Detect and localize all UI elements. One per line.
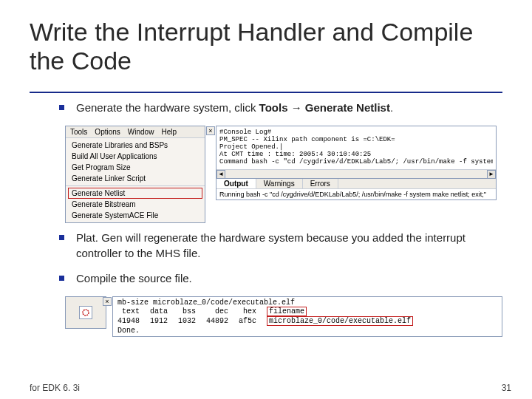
col-hex: hex	[239, 307, 267, 316]
menu-item[interactable]: Build All User Applications	[66, 151, 205, 162]
console-line: Command bash -c "cd /cygdrive/d/EDKLab/L…	[219, 158, 493, 166]
val-bss: 1032	[178, 316, 206, 326]
menu-item[interactable]: Generate Libraries and BSPs	[66, 140, 205, 151]
console-tabs: Output Warnings Errors	[216, 178, 496, 188]
compile-done: Done.	[117, 327, 497, 335]
console-footer: Running bash -c "cd /cygdrive/d/EDKLab/L…	[216, 188, 496, 200]
col-text: text	[117, 307, 150, 316]
console-line: PM_SPEC -- Xilinx path component is =C:\…	[219, 136, 493, 143]
slide-footer: for EDK 6. 3i 31	[30, 383, 511, 393]
console-close-icon[interactable]: ×	[206, 126, 215, 135]
col-filename: filename	[267, 307, 423, 316]
menu-item[interactable]: Get Program Size	[66, 162, 205, 173]
col-bss: bss	[178, 307, 206, 316]
compile-toolbar	[65, 296, 106, 329]
menubar-help[interactable]: Help	[161, 128, 177, 136]
menu-separator	[66, 185, 205, 186]
val-dec: 44892	[206, 316, 239, 326]
console-line: #Console Log#	[219, 129, 493, 136]
menu-items: Generate Libraries and BSPsBuild All Use…	[66, 138, 205, 222]
bullet-1: Generate the hardware system, click Tool…	[59, 100, 502, 115]
scroll-right-icon[interactable]: ►	[487, 170, 496, 179]
bullet-square-icon	[59, 235, 64, 240]
bullet-1-pre: Generate the hardware system, click	[76, 101, 259, 114]
bullet-square-icon	[59, 276, 64, 281]
menu-item[interactable]: Generate SystemACE File	[66, 210, 205, 221]
val-hex: af5c	[239, 316, 267, 326]
compile-output-panel: × mb-size microblaze_0/code/executable.e…	[112, 296, 502, 337]
screenshot-menu-console: Tools Options Window Help Generate Libra…	[65, 126, 502, 223]
console-line: Project Opened.|	[219, 143, 493, 151]
size-table: text data bss dec hex filename 41948 191…	[117, 307, 423, 326]
console-panel: × #Console Log#PM_SPEC -- Xilinx path co…	[216, 126, 497, 200]
menubar-window[interactable]: Window	[128, 128, 154, 136]
tab-warnings[interactable]: Warnings	[256, 179, 303, 188]
scroll-track[interactable]	[225, 170, 487, 179]
menubar-options[interactable]: Options	[95, 128, 120, 136]
tools-menu-panel: Tools Options Window Help Generate Libra…	[65, 126, 205, 223]
bullet-1-tools: Tools	[259, 101, 288, 114]
menu-item[interactable]: Generate Netlist	[68, 188, 202, 199]
bullet-1-post: .	[390, 101, 393, 114]
screenshot-compile-output: × mb-size microblaze_0/code/executable.e…	[65, 296, 502, 337]
console-body: #Console Log#PM_SPEC -- Xilinx path comp…	[216, 126, 496, 169]
footer-left: for EDK 6. 3i	[30, 383, 80, 393]
build-icon[interactable]	[79, 306, 92, 319]
bullet-3-text: Compile the source file.	[76, 271, 502, 286]
compile-header-line: mb-size microblaze_0/code/executable.elf	[117, 299, 497, 307]
output-close-icon[interactable]: ×	[103, 297, 112, 306]
menu-item[interactable]: Generate Linker Script	[66, 173, 205, 184]
val-text: 41948	[117, 316, 150, 326]
bullet-square-icon	[59, 105, 64, 110]
menu-item[interactable]: Generate Bitstream	[66, 199, 205, 210]
col-data: data	[150, 307, 178, 316]
bullet-2: Plat. Gen will regenerate the hardware s…	[59, 231, 502, 261]
tab-errors[interactable]: Errors	[303, 179, 338, 188]
slide-title: Write the Interrupt Handler and Compile …	[30, 18, 502, 75]
title-underline	[30, 92, 502, 93]
bullet-2-text: Plat. Gen will regenerate the hardware s…	[76, 231, 502, 261]
val-data: 1912	[150, 316, 178, 326]
menubar-tools[interactable]: Tools	[70, 128, 87, 136]
console-scrollbar[interactable]: ◄ ►	[216, 169, 496, 178]
menubar: Tools Options Window Help	[66, 126, 205, 138]
svg-point-0	[83, 310, 89, 316]
footer-page-number: 31	[502, 383, 511, 393]
arrow-icon: →	[288, 101, 305, 114]
val-filename: microblaze_0/code/executable.elf	[267, 316, 423, 326]
col-dec: dec	[206, 307, 239, 316]
console-line: At CMT time : time: 2005:4 30:10:40:25	[219, 151, 493, 158]
bullet-3: Compile the source file.	[59, 271, 502, 286]
bullet-1-generate: Generate Netlist	[305, 101, 390, 114]
tab-output[interactable]: Output	[216, 179, 256, 188]
scroll-left-icon[interactable]: ◄	[216, 170, 225, 179]
